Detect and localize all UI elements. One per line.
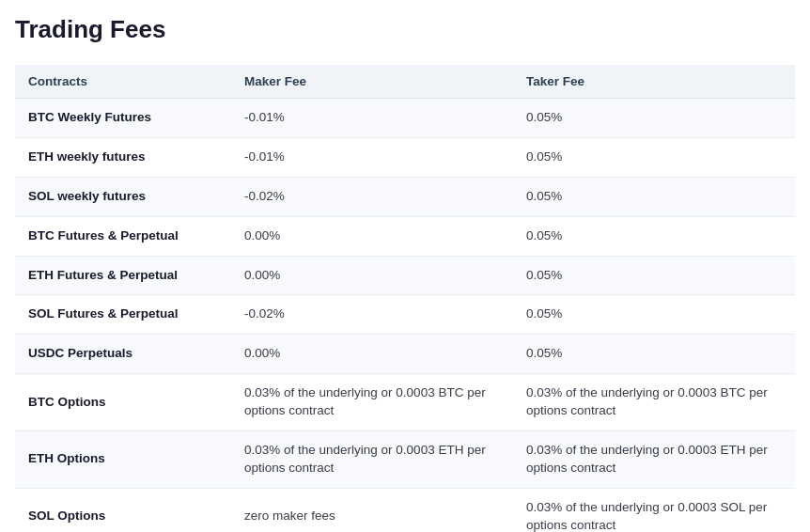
- col-header-contracts: Contracts: [15, 65, 231, 99]
- table-header-row: Contracts Maker Fee Taker Fee: [15, 65, 795, 99]
- maker-fee: -0.01%: [231, 137, 513, 177]
- maker-fee: zero maker fees: [231, 488, 513, 532]
- taker-fee: 0.05%: [513, 256, 795, 295]
- contract-name: ETH weekly futures: [15, 137, 231, 177]
- taker-fee: 0.05%: [513, 177, 795, 216]
- contract-name: ETH Futures & Perpetual: [15, 256, 231, 295]
- table-row: BTC Weekly Futures-0.01%0.05%: [15, 99, 795, 138]
- table-row: ETH Futures & Perpetual0.00%0.05%: [15, 256, 795, 295]
- contract-name: SOL Options: [15, 488, 231, 532]
- maker-fee: 0.03% of the underlying or 0.0003 BTC pe…: [231, 374, 513, 431]
- trading-fees-table: Contracts Maker Fee Taker Fee BTC Weekly…: [15, 65, 795, 532]
- taker-fee: 0.05%: [513, 295, 795, 335]
- table-row: USDC Perpetuals0.00%0.05%: [15, 335, 795, 374]
- maker-fee: 0.03% of the underlying or 0.0003 ETH pe…: [231, 431, 513, 489]
- contract-name: BTC Futures & Perpetual: [15, 216, 231, 256]
- maker-fee: 0.00%: [231, 335, 513, 374]
- table-row: SOL weekly futures-0.02%0.05%: [15, 177, 795, 216]
- taker-fee: 0.05%: [513, 137, 795, 177]
- taker-fee: 0.03% of the underlying or 0.0003 SOL pe…: [513, 488, 795, 532]
- taker-fee: 0.03% of the underlying or 0.0003 BTC pe…: [513, 374, 795, 431]
- table-row: BTC Futures & Perpetual0.00%0.05%: [15, 216, 795, 256]
- contract-name: USDC Perpetuals: [15, 335, 231, 374]
- contract-name: SOL weekly futures: [15, 177, 231, 216]
- table-row: ETH Options0.03% of the underlying or 0.…: [15, 431, 795, 489]
- maker-fee: -0.01%: [231, 99, 513, 138]
- taker-fee: 0.05%: [513, 335, 795, 374]
- maker-fee: 0.00%: [231, 256, 513, 295]
- maker-fee: -0.02%: [231, 295, 513, 335]
- table-row: ETH weekly futures-0.01%0.05%: [15, 137, 795, 177]
- table-row: SOL Futures & Perpetual-0.02%0.05%: [15, 295, 795, 335]
- contract-name: SOL Futures & Perpetual: [15, 295, 231, 335]
- page-title: Trading Fees: [15, 15, 795, 48]
- table-row: BTC Options0.03% of the underlying or 0.…: [15, 374, 795, 431]
- col-header-taker-fee: Taker Fee: [513, 65, 795, 99]
- maker-fee: -0.02%: [231, 177, 513, 216]
- contract-name: BTC Weekly Futures: [15, 99, 231, 138]
- taker-fee: 0.05%: [513, 99, 795, 138]
- col-header-maker-fee: Maker Fee: [231, 65, 513, 99]
- taker-fee: 0.03% of the underlying or 0.0003 ETH pe…: [513, 431, 795, 489]
- contract-name: BTC Options: [15, 374, 231, 431]
- taker-fee: 0.05%: [513, 216, 795, 256]
- contract-name: ETH Options: [15, 431, 231, 489]
- maker-fee: 0.00%: [231, 216, 513, 256]
- table-row: SOL Optionszero maker fees0.03% of the u…: [15, 488, 795, 532]
